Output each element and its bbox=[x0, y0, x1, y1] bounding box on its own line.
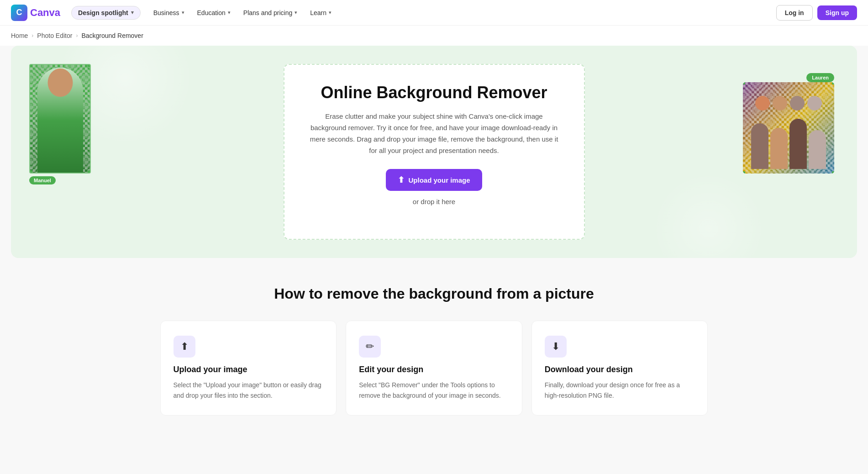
step-download-desc: Finally, download your design once for f… bbox=[545, 380, 695, 400]
step-card-upload: ⬆ Upload your image Select the "Upload y… bbox=[160, 321, 337, 416]
corner-handle-group-bl bbox=[743, 171, 745, 174]
corner-handle-tr bbox=[88, 64, 91, 67]
download-step-icon-glyph: ⬇ bbox=[552, 341, 560, 353]
group-heads bbox=[755, 96, 822, 111]
chevron-down-icon: ▾ bbox=[228, 10, 231, 16]
hero-section: Manuel Online Background Remover Erase c… bbox=[11, 46, 857, 258]
step-edit-title: Edit your design bbox=[359, 365, 509, 374]
breadcrumb-current: Background Remover bbox=[81, 32, 143, 39]
nav-item-business[interactable]: Business ▾ bbox=[148, 6, 190, 19]
person-name-tag: Manuel bbox=[29, 176, 56, 184]
hero-right-group-card: Lauren bbox=[743, 82, 839, 175]
corner-handle-bl bbox=[29, 170, 32, 174]
nav-auth-area: Log in Sign up bbox=[776, 5, 857, 21]
nav-item-education-label: Education bbox=[197, 9, 226, 16]
corner-handle-br bbox=[88, 170, 91, 174]
design-spotlight-button[interactable]: Design spotlight ▾ bbox=[71, 6, 141, 20]
upload-button-label: Upload your image bbox=[408, 176, 470, 184]
steps-title: How to remove the background from a pict… bbox=[11, 285, 857, 302]
step-card-download: ⬇ Download your design Finally, download… bbox=[531, 321, 708, 416]
edit-step-icon: ✏ bbox=[359, 336, 381, 358]
breadcrumb-separator-1: › bbox=[32, 32, 33, 39]
nav-item-plans-label: Plans and pricing bbox=[243, 9, 292, 16]
chevron-down-icon: ▾ bbox=[131, 10, 134, 16]
corner-handle-tl bbox=[29, 64, 32, 67]
step-card-edit: ✏ Edit your design Select "BG Remover" u… bbox=[346, 321, 522, 416]
upload-step-icon: ⬆ bbox=[174, 336, 195, 358]
canva-logo[interactable]: C Canva bbox=[11, 5, 60, 21]
breadcrumb-separator-2: › bbox=[76, 32, 78, 39]
signup-button[interactable]: Sign up bbox=[817, 5, 857, 20]
canva-logo-icon: C bbox=[11, 5, 27, 21]
step-upload-desc: Select the "Upload your image" button or… bbox=[174, 380, 324, 400]
group-name-tag: Lauren bbox=[806, 73, 834, 82]
upload-icon: ⬆ bbox=[398, 175, 405, 185]
hero-group-image bbox=[743, 82, 834, 174]
chevron-down-icon: ▾ bbox=[329, 10, 331, 16]
upload-image-button[interactable]: ⬆ Upload your image bbox=[386, 169, 482, 191]
breadcrumb-photo-editor[interactable]: Photo Editor bbox=[37, 32, 72, 39]
hero-title: Online Background Remover bbox=[307, 83, 561, 102]
step-download-title: Download your design bbox=[545, 365, 695, 374]
nav-menu: Business ▾ Education ▾ Plans and pricing… bbox=[148, 6, 773, 19]
drop-text: or drop it here bbox=[307, 196, 561, 208]
chevron-down-icon: ▾ bbox=[182, 10, 184, 16]
group-people bbox=[751, 119, 826, 169]
nav-item-learn-label: Learn bbox=[310, 9, 326, 16]
nav-item-business-label: Business bbox=[153, 9, 179, 16]
step-upload-title: Upload your image bbox=[174, 365, 324, 374]
spotlight-label: Design spotlight bbox=[78, 9, 128, 16]
login-button[interactable]: Log in bbox=[776, 5, 813, 21]
nav-item-plans[interactable]: Plans and pricing ▾ bbox=[238, 6, 303, 19]
hero-left-person-card: Manuel bbox=[29, 64, 93, 184]
edit-step-icon-glyph: ✏ bbox=[366, 341, 374, 353]
breadcrumb: Home › Photo Editor › Background Remover bbox=[0, 26, 868, 46]
chevron-down-icon: ▾ bbox=[295, 10, 297, 16]
upload-step-icon-glyph: ⬆ bbox=[180, 341, 189, 353]
corner-handle-group-tl bbox=[743, 82, 745, 84]
upload-card: Online Background Remover Erase clutter … bbox=[284, 64, 585, 240]
breadcrumb-home[interactable]: Home bbox=[11, 32, 28, 39]
nav-item-education[interactable]: Education ▾ bbox=[192, 6, 236, 19]
corner-handle-group-br bbox=[832, 171, 834, 174]
steps-section: How to remove the background from a pict… bbox=[0, 258, 868, 434]
download-step-icon: ⬇ bbox=[545, 336, 567, 358]
brand-name: Canva bbox=[30, 7, 60, 19]
person-head bbox=[47, 68, 73, 97]
nav-item-learn[interactable]: Learn ▾ bbox=[305, 6, 337, 19]
navigation: C Canva Design spotlight ▾ Business ▾ Ed… bbox=[0, 0, 868, 26]
step-edit-desc: Select "BG Remover" under the Tools opti… bbox=[359, 380, 509, 400]
corner-handle-group-tr bbox=[832, 82, 834, 84]
steps-grid: ⬆ Upload your image Select the "Upload y… bbox=[160, 321, 708, 416]
hero-description: Erase clutter and make your subject shin… bbox=[307, 111, 561, 156]
hero-person-image bbox=[29, 64, 91, 174]
